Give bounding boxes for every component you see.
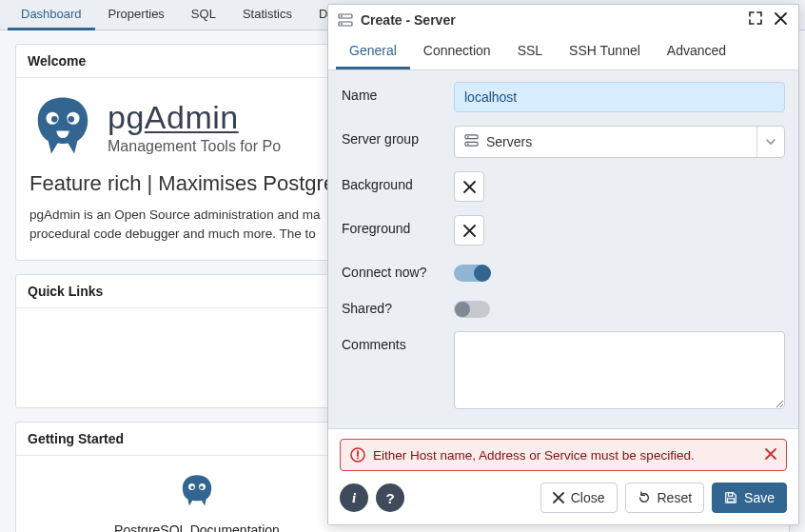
dialog-maximize-icon[interactable] <box>747 11 764 28</box>
close-button[interactable]: Close <box>540 483 618 513</box>
close-button-label: Close <box>571 490 605 505</box>
dialog-title: Create - Server <box>361 12 456 28</box>
svg-rect-19 <box>728 493 732 497</box>
name-input[interactable] <box>454 82 785 112</box>
servers-icon <box>464 133 479 150</box>
x-icon <box>463 225 476 237</box>
reset-icon <box>638 491 651 504</box>
server-icon <box>338 12 353 28</box>
error-text: Either Host name, Address or Service mus… <box>373 448 695 463</box>
pgadmin-logo-icon <box>29 93 96 160</box>
svg-point-3 <box>68 116 74 123</box>
svg-point-15 <box>467 143 469 145</box>
foreground-label: Foreground <box>342 215 454 238</box>
connect-now-toggle[interactable] <box>454 265 490 282</box>
tab-dashboard[interactable]: Dashboard <box>8 0 95 30</box>
info-button[interactable]: i <box>340 483 368 512</box>
server-group-label: Server group <box>342 126 454 148</box>
getting-started-doc-link[interactable]: PostgreSQL Documentation <box>73 471 321 533</box>
svg-rect-18 <box>728 499 735 502</box>
svg-point-6 <box>190 485 193 488</box>
dialog-tab-ssl[interactable]: SSL <box>504 34 556 69</box>
connect-now-label: Connect now? <box>342 259 454 282</box>
tab-properties[interactable]: Properties <box>95 0 178 30</box>
error-icon <box>350 447 365 463</box>
background-clear-button[interactable] <box>454 171 484 202</box>
svg-point-7 <box>200 485 203 488</box>
foreground-clear-button[interactable] <box>454 215 484 246</box>
x-icon <box>463 181 476 193</box>
getting-started-label: PostgreSQL Documentation <box>114 522 280 533</box>
dialog-tab-general[interactable]: General <box>336 34 410 69</box>
chevron-down-icon <box>756 127 776 157</box>
server-group-value: Servers <box>486 134 532 149</box>
comments-label: Comments <box>342 331 454 354</box>
shared-toggle[interactable] <box>454 301 490 318</box>
server-group-select[interactable]: Servers <box>454 126 785 158</box>
tab-statistics[interactable]: Statistics <box>229 0 305 30</box>
brand-subtitle: Management Tools for Po <box>108 138 281 155</box>
dialog-tabs: General Connection SSL SSH Tunnel Advanc… <box>328 34 798 70</box>
error-close-icon[interactable] <box>765 446 776 463</box>
shared-label: Shared? <box>342 295 454 318</box>
dialog-titlebar: Create - Server <box>328 5 798 34</box>
background-label: Background <box>342 171 454 194</box>
tab-sql[interactable]: SQL <box>178 0 229 30</box>
postgres-elephant-icon <box>176 471 218 513</box>
comments-textarea[interactable] <box>454 331 785 409</box>
dialog-tab-ssh-tunnel[interactable]: SSH Tunnel <box>556 34 654 69</box>
create-server-dialog: Create - Server General Connection SSL S… <box>327 4 799 525</box>
svg-rect-12 <box>465 135 478 139</box>
svg-rect-13 <box>465 142 478 146</box>
dialog-close-icon[interactable] <box>772 12 789 28</box>
svg-point-14 <box>467 136 469 138</box>
svg-point-10 <box>341 15 343 17</box>
error-banner: Either Host name, Address or Service mus… <box>340 439 787 471</box>
reset-button-label: Reset <box>658 490 693 505</box>
dialog-tab-advanced[interactable]: Advanced <box>654 34 739 69</box>
svg-point-11 <box>341 23 343 25</box>
save-button-label: Save <box>744 490 775 505</box>
svg-point-2 <box>51 116 58 123</box>
close-icon <box>553 492 564 503</box>
name-field-label: Name <box>342 82 454 105</box>
save-button[interactable]: Save <box>712 483 787 513</box>
reset-button[interactable]: Reset <box>625 483 705 513</box>
dialog-tab-connection[interactable]: Connection <box>410 34 504 69</box>
save-icon <box>724 491 737 504</box>
svg-point-17 <box>357 458 359 460</box>
help-button[interactable]: ? <box>376 483 404 512</box>
brand-name: pgAdmin <box>108 99 281 136</box>
